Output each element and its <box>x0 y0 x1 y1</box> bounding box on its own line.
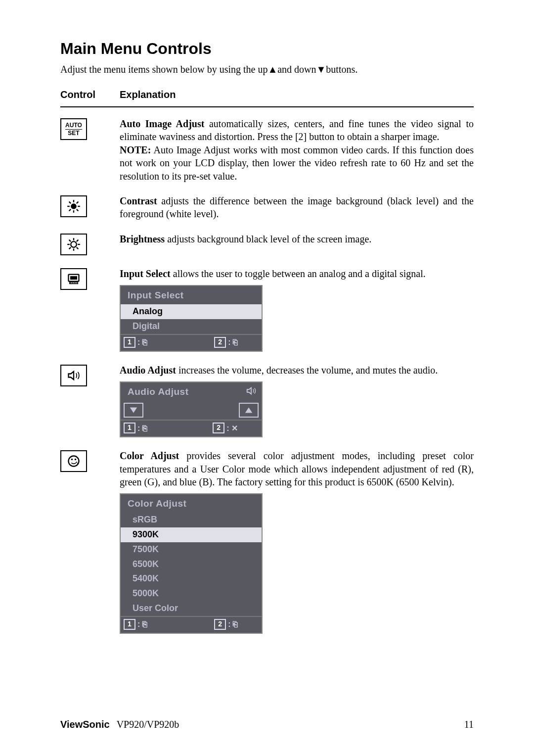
up-triangle-icon: ▲ <box>267 64 277 75</box>
svg-line-17 <box>77 239 79 241</box>
svg-line-5 <box>69 202 71 204</box>
key-1-icon: 1 <box>124 423 135 433</box>
osd-input-title: Input Select <box>121 286 262 304</box>
footer-brand: ViewSonic <box>60 719 110 730</box>
contrast-icon <box>60 195 87 217</box>
svg-line-16 <box>69 247 71 249</box>
page-title: Main Menu Controls <box>60 40 474 58</box>
contrast-title: Contrast <box>120 195 157 206</box>
osd-option-analog: Analog <box>121 304 262 319</box>
audio-icon <box>60 365 87 386</box>
brightness-title: Brightness <box>120 234 165 244</box>
osd-option-5000k: 5000K <box>121 586 262 601</box>
osd-input-select: Input Select Analog Digital 1: ⎘ 2: ⎗ <box>120 285 263 352</box>
key-2-icon: 2 <box>214 337 226 348</box>
svg-line-7 <box>69 209 71 211</box>
key-1-icon: 1 <box>124 619 135 630</box>
svg-point-29 <box>75 459 77 461</box>
row-input-select: Input Select allows the user to toggle b… <box>60 267 474 352</box>
auto-image-title: Auto Image Adjust <box>120 118 204 129</box>
auto-set-icon: AUTO SET <box>60 118 87 140</box>
osd-audio-adjust: Audio Adjust 1: ⎘ 2: ✕ <box>120 381 263 437</box>
set-label: SET <box>65 129 82 137</box>
header-explanation: Explanation <box>120 89 474 100</box>
column-headers: Control Explanation <box>60 89 474 107</box>
note-text: Auto Image Adjust works with most common… <box>120 144 474 182</box>
auto-image-text: Auto Image Adjust automatically sizes, c… <box>120 117 474 183</box>
color-adjust-text: Color Adjust provides several color adju… <box>120 449 474 634</box>
key-2-icon: 2 <box>214 619 226 630</box>
input-select-body: allows the user to toggle between an ana… <box>171 268 426 279</box>
intro-text: Adjust the menu items shown below by usi… <box>60 64 474 75</box>
input-select-icon <box>60 268 87 290</box>
exit-icon: : ⎘ <box>137 337 147 347</box>
row-brightness: Brightness adjusts background black leve… <box>60 233 474 255</box>
osd-option-6500k: 6500K <box>121 557 262 572</box>
intro-pre: Adjust the menu items shown below by usi… <box>60 64 267 75</box>
brightness-body: adjusts background black level of the sc… <box>165 234 371 244</box>
color-adjust-title: Color Adjust <box>120 450 179 461</box>
exit-icon: : ⎘ <box>137 619 147 629</box>
svg-point-30 <box>76 462 77 463</box>
osd-option-srgb: sRGB <box>121 513 262 527</box>
svg-marker-25 <box>130 408 137 413</box>
note-label: NOTE: <box>120 144 151 155</box>
svg-point-9 <box>71 241 77 247</box>
osd-color-title: Color Adjust <box>121 494 262 513</box>
audio-adjust-text: Audio Adjust increases the volume, decre… <box>120 364 474 437</box>
svg-marker-26 <box>245 408 252 413</box>
page-number: 11 <box>464 719 474 730</box>
input-select-title: Input Select <box>120 268 171 279</box>
row-audio-adjust: Audio Adjust increases the volume, decre… <box>60 364 474 437</box>
row-auto-image: AUTO SET Auto Image Adjust automatically… <box>60 117 474 183</box>
volume-down-icon <box>124 403 143 418</box>
auto-label: AUTO <box>65 122 82 129</box>
osd-option-7500k: 7500K <box>121 542 262 557</box>
osd-audio-title: Audio Adjust <box>121 382 262 401</box>
svg-line-14 <box>69 239 71 241</box>
brightness-icon <box>60 234 87 255</box>
header-control: Control <box>60 89 120 100</box>
svg-point-28 <box>71 459 73 461</box>
volume-up-icon <box>239 403 259 418</box>
footer-model: VP920/VP920b <box>117 719 179 730</box>
enter-icon: : ⎗ <box>228 619 238 629</box>
osd-option-user-color: User Color <box>121 601 262 616</box>
contrast-text: Contrast adjusts the difference between … <box>120 194 474 221</box>
audio-adjust-body: increases the volume, decreases the volu… <box>176 365 438 376</box>
svg-line-15 <box>77 247 79 249</box>
row-contrast: Contrast adjusts the difference between … <box>60 194 474 221</box>
mute-icon: : ✕ <box>226 423 238 433</box>
svg-point-0 <box>71 203 77 209</box>
osd-option-5400k: 5400K <box>121 571 262 586</box>
intro-post: buttons. <box>326 64 357 75</box>
row-color-adjust: Color Adjust provides several color adju… <box>60 449 474 634</box>
svg-point-31 <box>77 463 78 464</box>
speaker-icon <box>246 385 257 399</box>
osd-audio-title-text: Audio Adjust <box>128 386 189 397</box>
svg-point-27 <box>69 456 79 467</box>
svg-line-8 <box>77 202 79 204</box>
color-adjust-icon <box>60 450 87 472</box>
osd-option-9300k: 9300K <box>121 527 262 542</box>
brightness-text: Brightness adjusts background black leve… <box>120 233 474 255</box>
enter-icon: : ⎗ <box>228 337 238 347</box>
osd-option-digital: Digital <box>121 319 262 334</box>
intro-mid: and down <box>277 64 316 75</box>
svg-line-6 <box>77 209 79 211</box>
svg-rect-19 <box>70 276 77 280</box>
down-triangle-icon: ▼ <box>316 64 326 75</box>
input-select-text: Input Select allows the user to toggle b… <box>120 267 474 352</box>
contrast-body: adjusts the difference between the image… <box>120 195 474 219</box>
osd-color-adjust: Color Adjust sRGB 9300K 7500K 6500K 5400… <box>120 493 263 633</box>
audio-adjust-title: Audio Adjust <box>120 365 176 376</box>
key-1-icon: 1 <box>124 337 135 348</box>
key-2-icon: 2 <box>213 423 224 433</box>
exit-icon: : ⎘ <box>137 423 147 433</box>
page-footer: ViewSonic VP920/VP920b 11 <box>60 719 474 730</box>
